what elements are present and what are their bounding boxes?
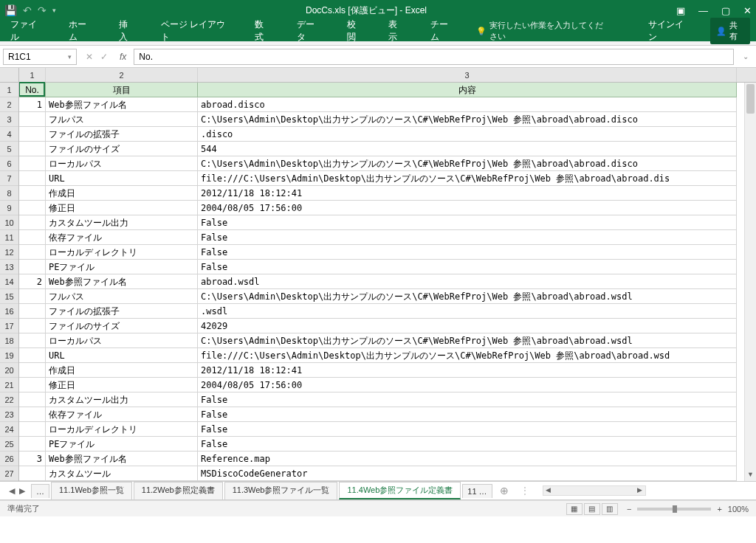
- ribbon-display-icon[interactable]: ▣: [676, 5, 685, 16]
- zoom-level[interactable]: 100%: [728, 505, 749, 513]
- row-header[interactable]: 9: [0, 201, 18, 215]
- redo-icon[interactable]: ↷: [38, 4, 47, 16]
- tab-data[interactable]: データ: [292, 15, 326, 46]
- row-header[interactable]: 27: [0, 466, 18, 481]
- expand-formula-icon[interactable]: ⌄: [738, 52, 753, 60]
- cell-key[interactable]: ローカルディレクトリ: [46, 422, 198, 437]
- cell-value[interactable]: file:///C:\Users\Admin\Desktop\出力サンプルのソー…: [198, 171, 737, 186]
- cell-no[interactable]: 3: [19, 452, 46, 466]
- page-layout-view-icon[interactable]: ▤: [584, 503, 600, 515]
- tell-me[interactable]: 💡実行したい作業を入力してください: [476, 20, 611, 42]
- cell-key[interactable]: PEファイル: [46, 437, 198, 452]
- zoom-slider[interactable]: [637, 508, 711, 511]
- header-cell-content[interactable]: 内容: [198, 83, 737, 97]
- row-header[interactable]: 26: [0, 452, 18, 466]
- cell-key[interactable]: URL: [46, 348, 198, 363]
- tab-insert[interactable]: 挿入: [114, 15, 140, 46]
- zoom-slider-thumb[interactable]: [673, 505, 677, 513]
- cell-no[interactable]: [19, 378, 46, 392]
- row-header[interactable]: 13: [0, 260, 18, 274]
- cell-no[interactable]: [19, 245, 46, 260]
- row-header[interactable]: 22: [0, 392, 18, 407]
- row-header[interactable]: 8: [0, 186, 18, 201]
- row-header[interactable]: 17: [0, 319, 18, 333]
- row-header[interactable]: 11: [0, 230, 18, 245]
- name-box[interactable]: R1C1▾: [3, 49, 77, 65]
- row-header[interactable]: 20: [0, 363, 18, 378]
- cell-key[interactable]: カスタムツール出力: [46, 392, 198, 407]
- zoom-out-icon[interactable]: −: [627, 505, 631, 513]
- row-header[interactable]: 16: [0, 304, 18, 319]
- row-header[interactable]: 12: [0, 245, 18, 260]
- cell-no[interactable]: [19, 333, 46, 348]
- cell-key[interactable]: 修正日: [46, 378, 198, 392]
- cell-no[interactable]: [19, 319, 46, 333]
- cell-no[interactable]: [19, 260, 46, 274]
- cell-key[interactable]: 作成日: [46, 186, 198, 201]
- cell-no[interactable]: [19, 407, 46, 422]
- cell-key[interactable]: 作成日: [46, 363, 198, 378]
- row-header[interactable]: 23: [0, 407, 18, 422]
- cell-value[interactable]: 2004/08/05 17:56:00: [198, 201, 737, 215]
- row-header[interactable]: 24: [0, 422, 18, 437]
- row-header[interactable]: 3: [0, 112, 18, 127]
- formula-input[interactable]: No.: [134, 49, 734, 65]
- cell-key[interactable]: Web参照ファイル名: [46, 97, 198, 112]
- row-header[interactable]: 7: [0, 171, 18, 186]
- signin-link[interactable]: サインイン: [644, 15, 695, 46]
- cell-key[interactable]: 依存ファイル: [46, 230, 198, 245]
- qat-dropdown-icon[interactable]: ▾: [52, 7, 56, 14]
- row-header[interactable]: 2: [0, 97, 18, 112]
- cell-no[interactable]: [19, 466, 46, 481]
- sheet-tab-truncated[interactable]: 11 …: [462, 484, 492, 498]
- cell-key[interactable]: カスタムツール出力: [46, 215, 198, 230]
- header-cell-item[interactable]: 項目: [46, 83, 198, 97]
- row-header[interactable]: 5: [0, 142, 18, 156]
- cell-key[interactable]: ローカルディレクトリ: [46, 245, 198, 260]
- sheet-tab[interactable]: 11.3Web参照ファイル一覧: [224, 482, 338, 499]
- row-header[interactable]: 19: [0, 348, 18, 363]
- cell-no[interactable]: [19, 201, 46, 215]
- cell-key[interactable]: 依存ファイル: [46, 407, 198, 422]
- header-cell-no[interactable]: No.: [19, 83, 46, 97]
- cell-no[interactable]: [19, 363, 46, 378]
- close-icon[interactable]: ✕: [743, 5, 752, 16]
- cell-key[interactable]: ファイルのサイズ: [46, 319, 198, 333]
- cell-value[interactable]: False: [198, 245, 737, 260]
- undo-icon[interactable]: ↶: [23, 4, 32, 16]
- cell-value[interactable]: 2012/11/18 18:12:41: [198, 186, 737, 201]
- row-header[interactable]: 18: [0, 333, 18, 348]
- vertical-scrollbar[interactable]: ▲ ▼: [744, 83, 756, 481]
- cell-key[interactable]: ローカルパス: [46, 156, 198, 171]
- row-header[interactable]: 10: [0, 215, 18, 230]
- cell-no[interactable]: [19, 127, 46, 142]
- horizontal-scrollbar[interactable]: ◀ ▶: [543, 485, 646, 496]
- col-header[interactable]: 2: [46, 68, 198, 82]
- cell-value[interactable]: Reference.map: [198, 452, 737, 466]
- normal-view-icon[interactable]: ▦: [566, 503, 583, 515]
- cell-no[interactable]: [19, 171, 46, 186]
- cell-value[interactable]: MSDiscoCodeGenerator: [198, 466, 737, 481]
- fx-icon[interactable]: fx: [117, 52, 129, 62]
- row-header[interactable]: 14: [0, 274, 18, 289]
- maximize-icon[interactable]: ▢: [721, 5, 730, 16]
- cell-key[interactable]: Web参照ファイル名: [46, 452, 198, 466]
- tab-home[interactable]: ホーム: [64, 15, 98, 46]
- sheet-prev-icon[interactable]: ◀: [9, 486, 15, 496]
- cell-no[interactable]: [19, 156, 46, 171]
- row-header[interactable]: 4: [0, 127, 18, 142]
- cell-value[interactable]: file:///C:\Users\Admin\Desktop\出力サンプルのソー…: [198, 348, 737, 363]
- cell-key[interactable]: URL: [46, 171, 198, 186]
- tab-page-layout[interactable]: ページ レイアウト: [157, 15, 235, 46]
- sheet-next-icon[interactable]: ▶: [19, 486, 25, 496]
- cell-no[interactable]: [19, 422, 46, 437]
- tab-view[interactable]: 表示: [384, 15, 410, 46]
- col-header[interactable]: 3: [198, 68, 737, 82]
- cell-value[interactable]: 2012/11/18 18:12:41: [198, 363, 737, 378]
- cell-no[interactable]: [19, 230, 46, 245]
- cell-no[interactable]: 2: [19, 274, 46, 289]
- tab-team[interactable]: チーム: [426, 15, 460, 46]
- cell-value[interactable]: C:\Users\Admin\Desktop\出力サンプルのソース\C#\Web…: [198, 289, 737, 304]
- cell-value[interactable]: False: [198, 407, 737, 422]
- row-header[interactable]: 25: [0, 437, 18, 452]
